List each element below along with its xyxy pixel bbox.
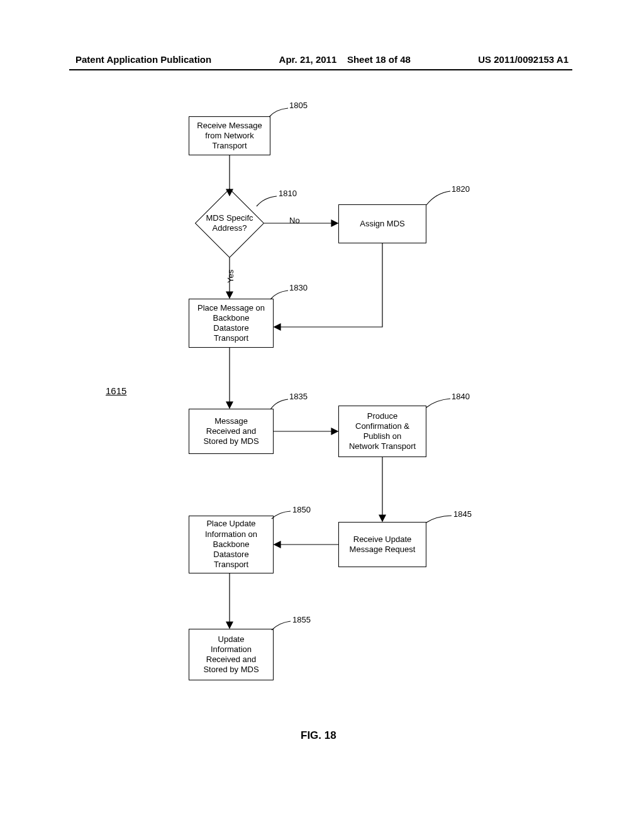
box-1845-text: Receive UpdateMessage Request bbox=[350, 534, 416, 555]
box-1820: Assign MDS bbox=[338, 204, 426, 243]
ref-1835: 1835 bbox=[289, 392, 308, 401]
box-1845: Receive UpdateMessage Request bbox=[338, 522, 426, 567]
leader-1805 bbox=[269, 107, 291, 119]
box-1850: Place UpdateInformation onBackboneDatast… bbox=[189, 516, 274, 573]
box-1830-text: Place Message onBackboneDatastoreTranspo… bbox=[197, 303, 265, 344]
box-1805: Receive Messagefrom NetworkTransport bbox=[189, 116, 270, 155]
box-1840-text: ProduceConfirmation &Publish onNetwork T… bbox=[349, 411, 416, 452]
edge-no-label: No bbox=[289, 216, 300, 225]
leader-1810 bbox=[257, 195, 279, 208]
ref-1850: 1850 bbox=[292, 505, 311, 514]
box-1850-text: Place UpdateInformation onBackboneDatast… bbox=[205, 519, 257, 570]
header-line: Patent Application Publication Apr. 21, … bbox=[0, 54, 644, 65]
figure-caption: FIG. 18 bbox=[301, 729, 336, 742]
figure-reference: 1615 bbox=[106, 385, 126, 396]
ref-1820: 1820 bbox=[452, 184, 470, 194]
diamond-1810: MDS SpecifcAddress? bbox=[195, 189, 264, 258]
ref-1830: 1830 bbox=[289, 283, 308, 292]
ref-1840: 1840 bbox=[452, 392, 470, 401]
box-1805-text: Receive Messagefrom NetworkTransport bbox=[197, 121, 262, 152]
box-1855: UpdateInformationReceived andStored by M… bbox=[189, 629, 274, 680]
leader-1840 bbox=[426, 397, 452, 410]
leader-1820 bbox=[426, 190, 452, 206]
leader-1845 bbox=[426, 514, 453, 524]
ref-1805: 1805 bbox=[289, 101, 308, 110]
edge-yes-label: Yes bbox=[226, 270, 235, 283]
publication-label: Patent Application Publication bbox=[75, 54, 211, 65]
ref-1810: 1810 bbox=[279, 189, 297, 198]
sheet-info: Sheet 18 of 48 bbox=[347, 54, 411, 65]
box-1835-text: MessageReceived andStored by MDS bbox=[203, 416, 258, 447]
leader-1855 bbox=[272, 620, 294, 633]
box-1840: ProduceConfirmation &Publish onNetwork T… bbox=[338, 406, 426, 457]
page-header: Patent Application Publication Apr. 21, … bbox=[0, 54, 644, 65]
leader-1850 bbox=[272, 510, 294, 521]
leader-1835 bbox=[270, 398, 291, 411]
box-1820-text: Assign MDS bbox=[360, 219, 405, 229]
flowchart-arrows bbox=[0, 0, 644, 830]
ref-1845: 1845 bbox=[453, 509, 472, 519]
header-rule bbox=[69, 69, 572, 70]
box-1835: MessageReceived andStored by MDS bbox=[189, 409, 274, 454]
diamond-1810-text: MDS SpecifcAddress? bbox=[206, 213, 253, 234]
publication-date-sheet: Apr. 21, 2011 Sheet 18 of 48 bbox=[279, 54, 411, 65]
box-1855-text: UpdateInformationReceived andStored by M… bbox=[203, 634, 258, 675]
publication-date: Apr. 21, 2011 bbox=[279, 54, 337, 65]
box-1830: Place Message onBackboneDatastoreTranspo… bbox=[189, 299, 274, 348]
page: Patent Application Publication Apr. 21, … bbox=[0, 0, 644, 830]
leader-1830 bbox=[270, 289, 291, 302]
ref-1855: 1855 bbox=[292, 615, 311, 624]
publication-number: US 2011/0092153 A1 bbox=[478, 54, 569, 65]
